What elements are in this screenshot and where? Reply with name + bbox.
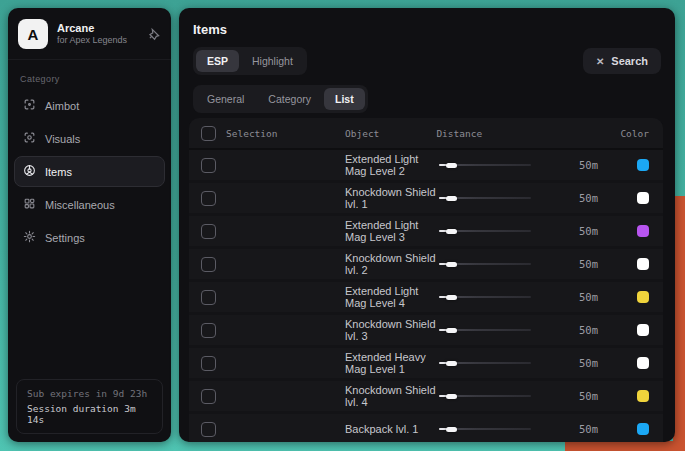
object-name: Extended Light Mag Level 3	[345, 219, 439, 243]
color-swatch[interactable]	[637, 291, 649, 303]
row-selection-cell	[201, 323, 345, 338]
x-search-icon: ✕	[596, 56, 604, 67]
sidebar: A Arcane for Apex Legends Category Aimbo…	[8, 8, 171, 442]
color-swatch[interactable]	[637, 159, 649, 171]
distance-value: 50m	[569, 258, 623, 270]
object-name: Extended Light Mag Level 2	[345, 153, 439, 177]
color-swatch[interactable]	[637, 423, 649, 435]
tab-esp[interactable]: ESP	[196, 50, 239, 72]
distance-slider[interactable]	[439, 325, 531, 335]
color-cell	[623, 423, 649, 435]
distance-slider[interactable]	[439, 259, 531, 269]
sidebar-item-aimbot[interactable]: Aimbot	[14, 90, 165, 121]
distance-slider[interactable]	[439, 160, 531, 170]
distance-cell	[439, 160, 569, 170]
distance-slider[interactable]	[439, 193, 531, 203]
row-selection-cell	[201, 158, 345, 173]
row-checkbox[interactable]	[201, 257, 216, 272]
object-name: Extended Light Mag Level 4	[345, 285, 439, 309]
app-logo: A	[18, 19, 48, 49]
app-title: Arcane	[57, 22, 127, 36]
sidebar-item-label: Visuals	[45, 133, 80, 145]
table-header-row: Selection Object Distance Color	[189, 118, 663, 150]
slider-knob[interactable]	[446, 196, 457, 201]
sidebar-item-miscellaneous[interactable]: Miscellaneous	[14, 189, 165, 220]
sidebar-item-label: Miscellaneous	[45, 199, 115, 211]
color-cell	[623, 225, 649, 237]
column-header-color: Color	[620, 128, 649, 139]
crosshair-icon	[23, 98, 36, 113]
row-checkbox[interactable]	[201, 158, 216, 173]
slider-knob[interactable]	[446, 361, 457, 366]
game-background-orange-bottom	[565, 441, 685, 451]
distance-value: 50m	[569, 291, 623, 303]
color-swatch[interactable]	[637, 225, 649, 237]
row-checkbox[interactable]	[201, 191, 216, 206]
sidebar-nav: Aimbot Visuals Items	[8, 90, 171, 253]
color-cell	[623, 159, 649, 171]
sidebar-item-label: Aimbot	[45, 100, 79, 112]
table-row: Extended Light Mag Level 3 50m	[189, 216, 663, 246]
mode-toolbar: ESP Highlight ✕ Search	[179, 37, 675, 75]
row-checkbox[interactable]	[201, 356, 216, 371]
table-row: Backpack lvl. 1 50m	[189, 414, 663, 442]
pin-icon[interactable]	[147, 27, 161, 41]
sidebar-item-visuals[interactable]: Visuals	[14, 123, 165, 154]
object-name: Extended Heavy Mag Level 1	[345, 351, 439, 375]
view-tab-group: General Category List	[193, 85, 368, 113]
tab-general[interactable]: General	[196, 88, 255, 110]
color-swatch[interactable]	[637, 357, 649, 369]
tab-category[interactable]: Category	[257, 88, 322, 110]
color-cell	[623, 258, 649, 270]
brand-block: Arcane for Apex Legends	[57, 22, 127, 47]
distance-value: 50m	[569, 357, 623, 369]
distance-slider[interactable]	[439, 424, 531, 434]
category-label: Category	[8, 60, 171, 90]
distance-value: 50m	[569, 324, 623, 336]
slider-knob[interactable]	[446, 262, 457, 267]
row-checkbox[interactable]	[201, 422, 216, 437]
slider-knob[interactable]	[446, 427, 457, 432]
eye-icon	[23, 131, 36, 146]
slider-knob[interactable]	[446, 163, 457, 168]
slider-knob[interactable]	[446, 295, 457, 300]
slider-knob[interactable]	[446, 394, 457, 399]
sidebar-item-items[interactable]: Items	[14, 156, 165, 187]
select-all-checkbox[interactable]	[201, 126, 216, 141]
row-checkbox[interactable]	[201, 389, 216, 404]
distance-slider[interactable]	[439, 358, 531, 368]
column-header-selection: Selection	[226, 128, 277, 139]
distance-slider[interactable]	[439, 226, 531, 236]
distance-cell	[439, 193, 569, 203]
slider-knob[interactable]	[446, 328, 457, 333]
column-header-distance: Distance	[436, 128, 566, 139]
object-name: Knockdown Shield lvl. 3	[345, 318, 439, 342]
search-button[interactable]: ✕ Search	[583, 48, 661, 74]
row-selection-cell	[201, 389, 345, 404]
sidebar-item-settings[interactable]: Settings	[14, 222, 165, 253]
tab-highlight[interactable]: Highlight	[241, 50, 304, 72]
row-checkbox[interactable]	[201, 224, 216, 239]
search-button-label: Search	[611, 55, 648, 67]
row-selection-cell	[201, 224, 345, 239]
distance-cell	[439, 292, 569, 302]
color-swatch[interactable]	[637, 390, 649, 402]
sidebar-item-label: Settings	[45, 232, 85, 244]
row-selection-cell	[201, 356, 345, 371]
table-row: Extended Heavy Mag Level 1 50m	[189, 348, 663, 378]
slider-knob[interactable]	[446, 229, 457, 234]
table-row: Knockdown Shield lvl. 2 50m	[189, 249, 663, 279]
sidebar-item-label: Items	[45, 166, 72, 178]
row-checkbox[interactable]	[201, 323, 216, 338]
color-swatch[interactable]	[637, 324, 649, 336]
distance-cell	[439, 325, 569, 335]
color-cell	[623, 390, 649, 402]
color-swatch[interactable]	[637, 192, 649, 204]
distance-slider[interactable]	[439, 391, 531, 401]
tab-list[interactable]: List	[324, 88, 365, 110]
table-row: Knockdown Shield lvl. 4 50m	[189, 381, 663, 411]
row-checkbox[interactable]	[201, 290, 216, 305]
distance-slider[interactable]	[439, 292, 531, 302]
distance-value: 50m	[569, 192, 623, 204]
color-swatch[interactable]	[637, 258, 649, 270]
